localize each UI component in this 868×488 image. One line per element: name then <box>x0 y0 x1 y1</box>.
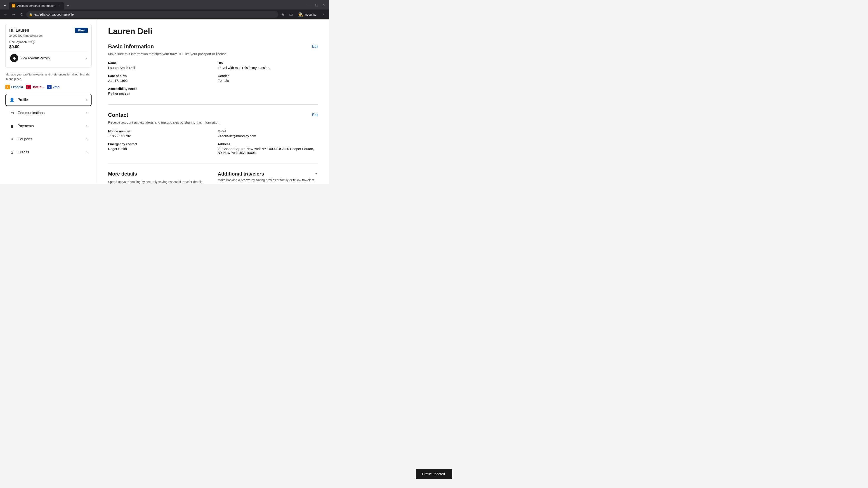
close-button[interactable]: × <box>322 3 326 6</box>
brand-logos: E Expedia H Hotels... V Vrbo <box>5 85 92 89</box>
sidebar-item-profile[interactable]: 👤 Profile › <box>5 94 92 106</box>
sidebar: Hi, Lauren Blue 24ee050e@moodjoy.com One… <box>0 20 97 184</box>
expedia-icon: E <box>5 85 10 89</box>
additional-travelers-desc: Make booking a breeze by saving profiles… <box>218 178 318 182</box>
rewards-link-left: ◆ View rewards activity <box>10 54 50 62</box>
toolbar-actions: ★ ▭ 🕵 Incognito ⋮ <box>279 11 327 18</box>
field-gender: Gender Female <box>218 74 318 83</box>
user-greeting: Hi, Lauren <box>9 28 29 33</box>
bookmark-button[interactable]: ★ <box>279 11 286 18</box>
additional-travelers-header: Additional travelers ⌃ <box>218 171 318 178</box>
field-email: Email 24ee050e@moodjoy.com <box>218 129 318 138</box>
back-button[interactable]: ← <box>2 11 9 18</box>
field-dob: Date of birth Jan 17, 1992 <box>108 74 209 83</box>
rewards-link-text: View rewards activity <box>21 56 50 60</box>
more-details-header: More details <box>108 171 209 178</box>
sidebar-credits-label: Credits <box>18 150 29 154</box>
hotels-icon: H <box>26 85 31 89</box>
section-divider-1 <box>108 104 318 105</box>
tab-close-button[interactable]: × <box>57 4 61 8</box>
rewards-link[interactable]: ◆ View rewards activity › <box>9 52 88 64</box>
address-bar[interactable]: 🔒 <box>26 11 278 18</box>
onekeycash-label: OneKeyCash TM i <box>9 40 88 43</box>
incognito-button[interactable]: 🕵 Incognito <box>296 11 319 18</box>
communications-icon: ✉ <box>9 110 14 116</box>
brand-hotels: H Hotels... <box>26 85 44 89</box>
field-address: Address 20 Cooper Square New York NY 100… <box>218 142 318 155</box>
communications-chevron-right-icon: › <box>86 111 88 115</box>
sidebar-profile-label: Profile <box>18 98 28 102</box>
more-details-section: More details Speed up your booking by se… <box>108 171 209 184</box>
page-user-name: Lauren Deli <box>108 27 318 36</box>
restore-button[interactable]: ◻ <box>315 3 318 6</box>
incognito-icon: 🕵 <box>298 12 303 17</box>
sidebar-item-coupons[interactable]: ✦ Coupons › <box>5 133 92 145</box>
user-email: 24ee050e@moodjoy.com <box>9 34 88 37</box>
cash-amount: $0.00 <box>9 44 88 49</box>
sidebar-item-payments[interactable]: ▮ Payments › <box>5 120 92 132</box>
basic-info-title: Basic information <box>108 43 154 50</box>
main-content: Lauren Deli Basic information Edit Make … <box>97 20 329 184</box>
rewards-chevron-right-icon: › <box>86 56 87 60</box>
sidebar-nav: 👤 Profile › ✉ Communications › ▮ Payment… <box>5 94 92 158</box>
tm-symbol: TM <box>28 41 31 43</box>
field-bio: Bio Travel with me! This is my passion. <box>218 61 318 70</box>
reload-button[interactable]: ↻ <box>18 11 25 18</box>
coupons-icon: ✦ <box>9 137 14 142</box>
payments-icon: ▮ <box>9 124 14 129</box>
page-content: Hi, Lauren Blue 24ee050e@moodjoy.com One… <box>0 20 329 184</box>
rewards-icon: ◆ <box>10 54 18 62</box>
basic-info-header: Basic information Edit <box>108 43 318 50</box>
window-controls: — ◻ × <box>307 3 327 8</box>
manage-text: Manage your profile, rewards, and prefer… <box>5 72 92 81</box>
basic-info-grid: Name Lauren Smith Deli Bio Travel with m… <box>108 61 318 95</box>
basic-info-section: Basic information Edit Make sure this in… <box>108 43 318 95</box>
additional-travelers-title: Additional travelers <box>218 171 264 177</box>
sidebar-communications-label: Communications <box>18 111 44 115</box>
collapse-icon[interactable]: ⌃ <box>314 172 318 177</box>
partial-bottom-sections: More details Speed up your booking by se… <box>108 171 318 184</box>
url-input[interactable] <box>34 13 276 16</box>
info-icon[interactable]: i <box>31 40 35 43</box>
basic-info-edit-button[interactable]: Edit <box>312 44 318 48</box>
sidebar-item-credits[interactable]: $ Credits › <box>5 146 92 158</box>
field-mobile: Mobile number +18588991782 <box>108 129 209 138</box>
menu-button[interactable]: ⋮ <box>320 11 327 18</box>
contact-edit-button[interactable]: Edit <box>312 113 318 117</box>
more-details-desc: Speed up your booking by securely saving… <box>108 180 209 184</box>
sidebar-item-communications[interactable]: ✉ Communications › <box>5 107 92 119</box>
user-header: Hi, Lauren Blue <box>9 28 88 33</box>
tab-favicon: E <box>12 4 16 7</box>
payments-chevron-right-icon: › <box>86 124 88 128</box>
brand-expedia: E Expedia <box>5 85 23 89</box>
contact-section: Contact Edit Receive account activity al… <box>108 112 318 155</box>
profile-chevron-right-icon: › <box>86 98 88 102</box>
field-name: Name Lauren Smith Deli <box>108 61 209 70</box>
browser-toolbar: ← → ↻ 🔒 ★ ▭ 🕵 Incognito ⋮ <box>0 9 329 20</box>
forward-button[interactable]: → <box>10 11 17 18</box>
tab-list-button[interactable]: ▼ <box>2 2 8 9</box>
incognito-label: Incognito <box>305 13 316 16</box>
basic-info-description: Make sure this information matches your … <box>108 52 318 57</box>
minimize-button[interactable]: — <box>307 3 311 6</box>
active-tab[interactable]: E Account personal information × <box>9 2 64 9</box>
profile-icon: 👤 <box>9 97 14 102</box>
contact-title: Contact <box>108 112 128 118</box>
sidebar-payments-label: Payments <box>18 124 34 128</box>
split-screen-button[interactable]: ▭ <box>287 11 294 18</box>
browser-chrome: ▼ E Account personal information × + — ◻… <box>0 0 329 20</box>
credits-icon: $ <box>9 150 14 155</box>
user-card: Hi, Lauren Blue 24ee050e@moodjoy.com One… <box>5 24 92 68</box>
new-tab-button[interactable]: + <box>65 2 71 9</box>
contact-header: Contact Edit <box>108 112 318 118</box>
sidebar-coupons-label: Coupons <box>18 137 32 141</box>
tier-badge: Blue <box>75 28 88 33</box>
field-accessibility: Accessibility needs Rather not say <box>108 87 209 95</box>
coupons-chevron-right-icon: › <box>86 137 88 141</box>
lock-icon: 🔒 <box>29 13 33 16</box>
tab-bar: ▼ E Account personal information × + — ◻… <box>0 0 329 9</box>
brand-vrbo: V Vrbo <box>47 85 59 89</box>
vrbo-icon: V <box>47 85 52 89</box>
additional-travelers-section: Additional travelers ⌃ Make booking a br… <box>218 171 318 184</box>
more-details-title: More details <box>108 171 137 177</box>
